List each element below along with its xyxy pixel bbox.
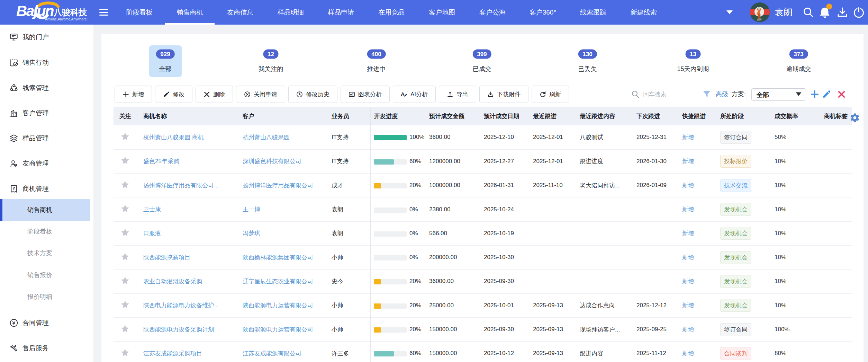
svg-text:Bajun: Bajun xyxy=(16,2,54,19)
svg-text:八骏科技: 八骏科技 xyxy=(53,8,87,17)
svg-text:A: A xyxy=(401,91,405,97)
svg-text:Anyone,Anytime,Anywhere!: Anyone,Anytime,Anywhere! xyxy=(45,17,88,21)
